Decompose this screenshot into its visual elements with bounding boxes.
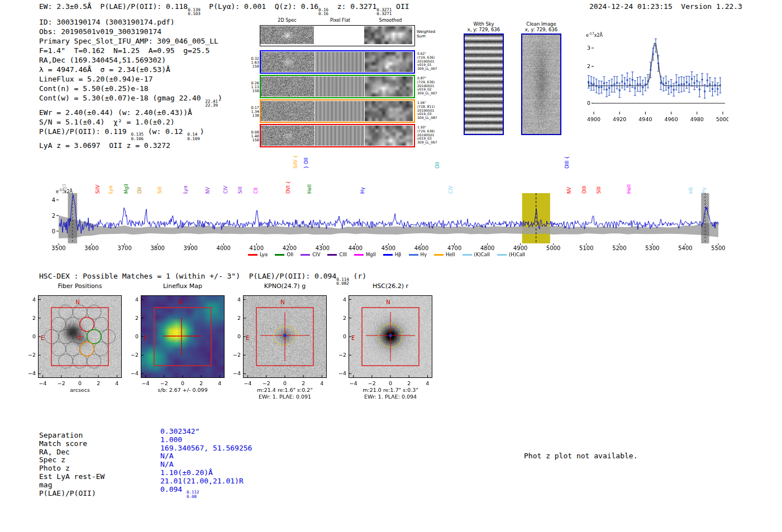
- plae-bounds-1: 0.1350.106: [131, 132, 144, 141]
- sn-chi2: S/N = 5.1(±0.4) χ² = 1.0(±0.2): [39, 117, 222, 127]
- spectral-line-label-civ: CIV: [223, 186, 228, 194]
- with-sky-coords: x, y: 729, 636: [461, 27, 506, 32]
- timestamp-version: 2024-12-24 01:23:15 Version 1.22.3: [589, 2, 742, 11]
- cutout-xtick: 2: [194, 380, 208, 386]
- spec2d-row-1-panel-2: [365, 52, 413, 72]
- emission-line-fit-plot: [576, 28, 728, 126]
- cutout-title-1: Lineflux Map: [141, 282, 225, 290]
- spectrum-legend: LyαOIICIVCIIIMgIIHβHγHeII(K)CaII(H)CaII: [47, 252, 726, 257]
- z-stat: z: 0.3271: [328, 2, 376, 11]
- col-header-smoothed: Smoothed: [365, 18, 416, 23]
- legend-swatch-icon: [434, 254, 444, 256]
- spec2d-row-0-panel-0: [260, 26, 314, 44]
- cutout-ytick: 4: [231, 296, 241, 303]
- cutout-caption-0: m:21.0 re:1.7" s:0.3": [329, 387, 452, 393]
- match-row-value: 169.340567, 51.569256: [160, 444, 252, 452]
- clean-image: [521, 33, 561, 135]
- cutout-ytick: 0: [336, 333, 346, 339]
- fit-units-exponent: -17: [589, 31, 594, 35]
- detection-info-block: ID: 3003190174 (3003190174.pdf) Obs: 201…: [39, 17, 222, 150]
- cutout-ytick: 4: [128, 296, 139, 303]
- gmag-bounds: 22.4122.39: [205, 99, 218, 108]
- spec2d-row-3-panel-0: [261, 101, 314, 121]
- seeing-stats: F=1.4" T=0.162 N=1.25 A=0.95 g=25.5: [39, 46, 222, 55]
- qz-stat: Q(z): 0.16: [275, 2, 318, 11]
- spec2d-row-3-right-labels: 1.06"(728, 811)20190501v019_03309_LL_087: [417, 101, 437, 120]
- cutout-title-0: Fiber Positions: [38, 282, 122, 290]
- cont-w-close: ): [218, 94, 222, 102]
- ew-stat: EW: 2.3±0.5Å: [39, 2, 101, 11]
- match-row-value: N/A: [160, 452, 173, 460]
- legend-swatch-icon: [409, 254, 418, 256]
- plae-line: P(LAE)/P(OII): 0.119 0.1350.106 (w: 0.12…: [39, 127, 222, 141]
- spec2d-row-2-left-labels: 0.261.13158: [246, 82, 259, 93]
- match-row-value: 0.094 0.1120.08: [160, 485, 199, 499]
- legend-swatch-icon: [462, 254, 472, 256]
- match-row-label-plaepoii: P(LAE)/P(OII): [39, 489, 96, 497]
- gmag-lower: 22.39: [205, 103, 218, 108]
- hscdex-bounds: 0.1140.082: [336, 277, 349, 286]
- legend-swatch-icon: [497, 254, 507, 256]
- spec2d-left-value: 158: [246, 138, 259, 142]
- cutout-title-3: HSC(26.2) r: [349, 282, 432, 290]
- cutout-title-2: KPNO(24.7) g: [243, 282, 327, 290]
- cutout-ytick: −4: [128, 370, 139, 376]
- legend-item-oii: OII: [275, 252, 293, 257]
- cont-w: Cont(w) = 5.30(±0.07)e-18 (gmag 22.40 22…: [39, 93, 222, 108]
- clean-image-coords: x, y: 729, 636: [519, 27, 564, 32]
- catalog-match-table: Separation0.302342"Match score1.000RA, D…: [39, 431, 374, 504]
- cutout-caption-1: EWr: 1. PLAE: 0.091: [223, 394, 346, 400]
- cutout-xtick: 4: [109, 380, 124, 386]
- plya-stat: P(Lyα): 0.001: [201, 2, 275, 11]
- cutout-ytick: −2: [231, 352, 241, 358]
- cutout-caption-1: EWr: 1. PLAE: 0.094: [329, 394, 452, 400]
- spec2d-row-1-panel-1: [315, 52, 364, 72]
- legend-swatch-icon: [327, 254, 337, 256]
- legend-item-heii: HeII: [434, 252, 455, 257]
- legend-item-ly: Lyα: [248, 252, 268, 257]
- cutout-xtick: −4: [241, 380, 255, 386]
- cutout-ytick: 2: [231, 315, 241, 321]
- spectral-line-label-heii: HeII: [626, 184, 632, 194]
- cont-w-main: Cont(w) = 5.30(±0.07)e-18 (gmag 22.40: [39, 94, 205, 102]
- spectral-line-label-siiv: SiIV {: [293, 155, 298, 169]
- legend-item-ciii: CIII: [327, 252, 346, 257]
- spec2d-row-1-panel-0: [261, 52, 314, 72]
- cutout-xtick: 2: [296, 380, 311, 386]
- spec2d-row-3-panel-1: [315, 101, 364, 121]
- spec2d-left-value: 158: [246, 65, 259, 69]
- cutout-ytick: −4: [26, 370, 36, 376]
- plae-main: P(LAE)/P(OII): 0.119: [39, 127, 131, 136]
- spectral-line-label-ly: Lyα: [108, 185, 113, 194]
- match-value-bounds: 0.1120.08: [187, 490, 199, 499]
- legend-item-hcaii: (H)CaII: [497, 252, 525, 257]
- plae-mid: (w: 0.12: [144, 127, 187, 136]
- spec2d-row-4: 0.081.481581.50"(729, 636)20190501v019_0…: [260, 124, 415, 147]
- match-row-value: 1.000: [160, 435, 182, 444]
- spec2d-row-2-panel-1: [315, 76, 364, 97]
- legend-swatch-icon: [301, 254, 310, 256]
- legend-label: Lyα: [260, 252, 268, 257]
- legend-label: Hγ: [421, 252, 427, 257]
- spectral-line-label-siiv: SiIV: [95, 185, 101, 194]
- z-classification: OII: [392, 2, 409, 11]
- plae-lower-1: 0.106: [131, 137, 144, 141]
- cutout-ytick: 2: [26, 315, 36, 321]
- legend-label: MgII: [366, 252, 376, 257]
- spectral-line-label-ovi: OVI {: [285, 181, 291, 194]
- full-spectrum-plot: [47, 193, 728, 256]
- cutout-ytick: −4: [336, 370, 346, 376]
- col-header-2d-spec: 2D Spec: [260, 18, 314, 23]
- detection-id: ID: 3003190174 (3003190174.pdf): [39, 17, 222, 27]
- cutout-xtick: 4: [420, 380, 435, 386]
- with-sky-canvas: [465, 35, 503, 134]
- cutout-xtick: −2: [54, 380, 69, 386]
- spec2d-left-value: 138: [246, 114, 259, 118]
- legend-label: CIII: [339, 252, 346, 257]
- match-row-label-photoz: Photo z: [39, 464, 70, 472]
- match-row-label-separation: Separation: [39, 431, 83, 439]
- hscdex-lower: 0.082: [336, 281, 349, 286]
- legend-swatch-icon: [275, 254, 284, 256]
- qz-lower: 0.16: [318, 12, 328, 16]
- spec2d-row-0-panel-1: [314, 26, 364, 44]
